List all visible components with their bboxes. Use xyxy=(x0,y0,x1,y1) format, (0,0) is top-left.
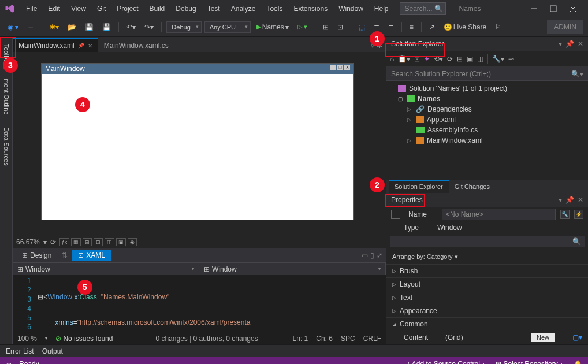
redo-button[interactable]: ↷▾ xyxy=(142,21,157,33)
cat-layout[interactable]: ▷Layout xyxy=(386,277,588,291)
feedback-icon[interactable]: ⚐ xyxy=(492,21,504,33)
tree-project[interactable]: ▢Names xyxy=(386,94,588,104)
se-wrench-icon[interactable]: 🔧▾ xyxy=(492,55,504,63)
minimize-icon[interactable] xyxy=(530,5,537,12)
tb-icon-3[interactable]: ⬚ xyxy=(356,21,368,33)
se-ic-11[interactable]: ⊸ xyxy=(508,55,514,63)
solution-search[interactable]: Search Solution Explorer (Ctrl+;) 🔍▾ xyxy=(386,67,588,81)
se-refresh-icon[interactable]: ⟳ xyxy=(447,55,453,63)
menu-git[interactable]: Git xyxy=(92,2,110,15)
issues-indicator[interactable]: ⊘ No issues found xyxy=(55,335,113,343)
tb-icon-2[interactable]: ⊡ xyxy=(334,21,346,33)
name-input[interactable]: <No Name> xyxy=(442,209,556,220)
properties-search[interactable]: 🔍 xyxy=(390,236,585,247)
error-list-tab[interactable]: Error List xyxy=(6,347,34,355)
swap-icon[interactable]: ⇅ xyxy=(62,251,68,259)
menu-file[interactable]: File xyxy=(21,2,42,15)
tb-icon-7[interactable]: ↗ xyxy=(426,21,438,33)
se-collapse-icon[interactable]: ⊟ xyxy=(457,55,463,63)
tb-icon-6[interactable]: ≡ xyxy=(407,21,416,33)
events-icon[interactable]: ⚡ xyxy=(574,210,583,219)
menu-edit[interactable]: Edit xyxy=(43,2,65,15)
arrange-by[interactable]: Arrange by: Category ▾ xyxy=(386,250,588,264)
spaces-indicator[interactable]: SPC xyxy=(341,335,355,343)
design-canvas[interactable]: MainWindow —□✕ xyxy=(42,64,353,220)
output-tab[interactable]: Output xyxy=(42,347,63,355)
undo-button[interactable]: ↶▾ xyxy=(124,21,139,33)
menu-tools[interactable]: Tools xyxy=(262,2,287,15)
close-icon[interactable] xyxy=(570,5,576,12)
menu-window[interactable]: Window xyxy=(334,2,368,15)
start-debug-button[interactable]: ▶ Names ▾ xyxy=(254,21,292,33)
breadcrumb-2[interactable]: ⊞ Window xyxy=(199,263,386,275)
save-all-button[interactable]: 💾 xyxy=(99,21,114,33)
props-close-icon[interactable]: ✕ xyxy=(578,196,583,204)
add-source-control[interactable]: ↑ Add to Source Control ▴ xyxy=(407,360,485,364)
tab-mainwindow-cs[interactable]: MainWindow.xaml.cs xyxy=(98,39,174,52)
start-nodebug-button[interactable]: ▷ ▾ xyxy=(295,21,310,32)
pin-icon[interactable]: 📌 xyxy=(78,43,84,49)
cat-appearance[interactable]: ▷Appearance xyxy=(386,304,588,317)
tree-app-xaml[interactable]: ▷App.xaml xyxy=(386,114,588,125)
new-item-button[interactable]: ✱▾ xyxy=(47,21,62,33)
open-button[interactable]: 📂 xyxy=(65,21,79,33)
document-outline-tab[interactable]: ment Outline xyxy=(2,76,11,117)
panel-pin-icon[interactable]: 📌 xyxy=(565,40,574,48)
tree-assemblyinfo[interactable]: AssemblyInfo.cs xyxy=(386,125,588,135)
editor-zoom[interactable]: 100 % xyxy=(17,335,37,343)
zoom-tool-1[interactable]: ƒx xyxy=(59,238,70,246)
se-ic-8[interactable]: ▣ xyxy=(467,55,473,63)
zoom-tool-6[interactable]: ▣ xyxy=(116,238,126,246)
zoom-tool-7[interactable]: ◉ xyxy=(128,238,137,246)
menu-view[interactable]: View xyxy=(66,2,91,15)
maximize-icon[interactable] xyxy=(550,5,557,12)
refresh-icon[interactable]: ⟳ xyxy=(50,238,56,246)
data-sources-tab[interactable]: Data Sources xyxy=(2,125,11,168)
select-repository[interactable]: ⊞ Select Repository ▴ xyxy=(496,360,563,364)
menu-build[interactable]: Build xyxy=(145,2,170,15)
changes-indicator[interactable]: 0 changes | 0 authors, 0 changes xyxy=(155,335,258,343)
menu-analyze[interactable]: Analyze xyxy=(226,2,260,15)
lineending-indicator[interactable]: CRLF xyxy=(363,335,381,343)
panel-menu-icon[interactable]: ▾ xyxy=(559,40,562,48)
xaml-designer[interactable]: MainWindow —□✕ xyxy=(13,52,386,235)
split-h-icon[interactable]: ▭ xyxy=(362,251,368,259)
props-menu-icon[interactable]: ▾ xyxy=(559,196,562,204)
split-v-icon[interactable]: ▯ xyxy=(370,251,374,259)
menu-help[interactable]: Help xyxy=(370,2,393,15)
xaml-code-editor[interactable]: 123 456 ⊟<Window x:Class="Names.MainWind… xyxy=(13,275,386,332)
expand-icon[interactable]: ⤢ xyxy=(377,251,382,259)
se-ic-9[interactable]: ◫ xyxy=(477,55,483,63)
panel-close-icon[interactable]: ✕ xyxy=(578,40,583,48)
tab-mainwindow-xaml[interactable]: MainWindow.xaml 📌 ✕ xyxy=(13,38,98,52)
menu-extensions[interactable]: Extensions xyxy=(289,2,332,15)
breadcrumb-1[interactable]: ⊞ Window xyxy=(13,263,199,275)
tree-mainwindow-xaml[interactable]: ▷MainWindow.xaml xyxy=(386,135,588,146)
config-dropdown[interactable]: Debug xyxy=(166,21,201,33)
zoom-tool-2[interactable]: ▦ xyxy=(71,238,81,246)
zoom-level[interactable]: 66.67% xyxy=(16,238,40,246)
close-tab-icon[interactable]: ✕ xyxy=(88,43,92,49)
menu-test[interactable]: Test xyxy=(203,2,225,15)
xaml-tab[interactable]: ⊡ XAML xyxy=(72,250,111,261)
live-share-button[interactable]: 🙂 Live Share xyxy=(441,21,489,33)
nav-back-button[interactable]: ◉ ▾ xyxy=(5,21,21,33)
zoom-tool-3[interactable]: ⊞ xyxy=(83,238,92,246)
tree-dependencies[interactable]: ▷🔗Dependencies xyxy=(386,104,588,114)
tb-icon-5[interactable]: ≣ xyxy=(385,21,397,33)
props-pin-icon[interactable]: 📌 xyxy=(565,196,574,204)
git-changes-tab[interactable]: Git Changes xyxy=(449,180,496,193)
design-tab[interactable]: ⊞ Design xyxy=(16,250,57,261)
line-indicator[interactable]: Ln: 1 xyxy=(293,335,308,343)
search-box[interactable]: Search...🔍 xyxy=(400,2,446,15)
menu-project[interactable]: Project xyxy=(112,2,143,15)
menu-debug[interactable]: Debug xyxy=(171,2,200,15)
wrench-icon[interactable]: 🔧 xyxy=(560,210,570,219)
solution-explorer-tab[interactable]: Solution Explorer xyxy=(389,180,449,193)
notifications-icon[interactable]: 🔔 xyxy=(574,360,582,364)
zoom-tool-4[interactable]: ⊡ xyxy=(94,238,103,246)
platform-dropdown[interactable]: Any CPU xyxy=(204,21,251,33)
tree-solution[interactable]: Solution 'Names' (1 of 1 project) xyxy=(386,83,588,94)
save-button[interactable]: 💾 xyxy=(82,21,96,33)
col-indicator[interactable]: Ch: 6 xyxy=(316,335,333,343)
